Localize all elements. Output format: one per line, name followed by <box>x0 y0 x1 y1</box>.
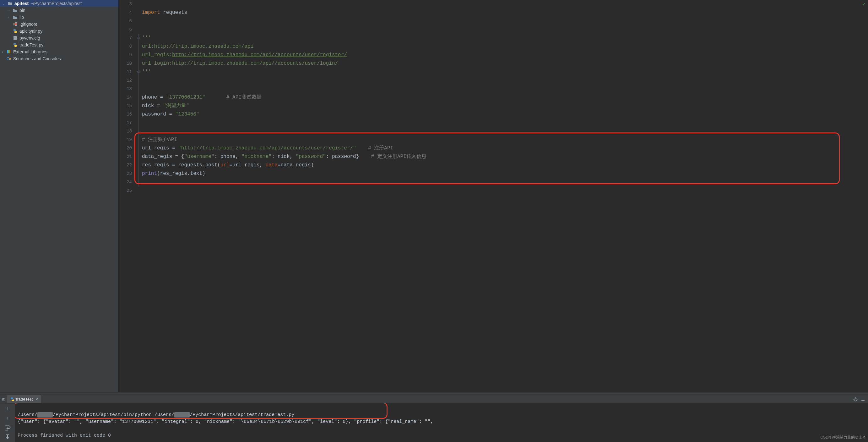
minimize-icon[interactable] <box>861 397 866 402</box>
project-root-row[interactable]: ⌄ apitest ~/PycharmProjects/apitest <box>0 0 118 7</box>
code-line-19[interactable]: # 注册账户API <box>142 136 868 144</box>
code-line-20[interactable]: url_regis = "http://trip.imooc.zhaeedu.c… <box>142 144 868 153</box>
tree-item-label: tradeTest.py <box>20 42 43 48</box>
line-number[interactable]: 9 <box>119 51 132 59</box>
code-line-12[interactable] <box>142 76 868 85</box>
project-tree[interactable]: ›bin›lib›.gitignore›apicityair.py›pyvenv… <box>0 7 118 49</box>
code-line-13[interactable] <box>142 85 868 93</box>
code-line-9[interactable]: url_regis:http://trip.imooc.zhaeedu.com/… <box>142 51 868 59</box>
line-number[interactable]: 20 <box>119 144 132 153</box>
run-tab[interactable]: tradeTest ✕ <box>7 395 41 403</box>
line-number[interactable]: 10 <box>119 59 132 68</box>
svg-rect-0 <box>13 23 15 25</box>
code-line-4[interactable]: import requests <box>142 8 868 17</box>
up-arrow-icon[interactable]: ↑ <box>4 405 11 412</box>
tree-item-label: apicityair.py <box>20 29 42 34</box>
line-number[interactable]: 22 <box>119 161 132 169</box>
code-line-15[interactable]: nick = "渴望力量" <box>142 102 868 110</box>
py-icon <box>12 29 18 34</box>
folder-icon <box>12 15 18 20</box>
line-number[interactable]: 5 <box>119 17 132 25</box>
line-number[interactable]: 3 <box>119 0 132 8</box>
code-line-24[interactable] <box>142 178 868 187</box>
line-number[interactable]: 25 <box>119 187 132 195</box>
run-tool-window: n: tradeTest ✕ ↑ ↓ <box>0 395 868 442</box>
tree-item-label: lib <box>20 15 24 20</box>
line-number[interactable]: 4 <box>119 8 132 17</box>
editor-area[interactable]: ✓ 34567891011121314151617181920212223242… <box>119 0 868 392</box>
code-line-17[interactable] <box>142 119 868 127</box>
code-line-6[interactable] <box>142 25 868 34</box>
tree-item-bin[interactable]: ›bin <box>0 7 118 14</box>
close-icon[interactable]: ✕ <box>34 397 38 402</box>
down-arrow-icon[interactable]: ↓ <box>4 415 11 421</box>
code-line-25[interactable] <box>142 187 868 195</box>
gutter[interactable]: 345678910111213141516171819202122232425 <box>119 0 137 392</box>
tree-item-pyvenv-cfg[interactable]: ›pyvenv.cfg <box>0 34 118 41</box>
line-number[interactable]: 8 <box>119 42 132 51</box>
code-line-10[interactable]: url_login:http://trip.imooc.zhaeedu.com/… <box>142 59 868 68</box>
scratches-row[interactable]: › Scratches and Consoles <box>0 55 118 62</box>
code-line-23[interactable]: print(res_regis.text) <box>142 169 868 178</box>
fold-column[interactable]: ⊟⊟ <box>137 0 142 392</box>
line-number[interactable]: 19 <box>119 136 132 144</box>
code-line-3[interactable] <box>142 0 868 8</box>
tree-item--gitignore[interactable]: ›.gitignore <box>0 21 118 28</box>
run-label: n: <box>0 397 7 402</box>
line-number[interactable]: 7 <box>119 34 132 42</box>
line-number[interactable]: 18 <box>119 127 132 136</box>
py-icon <box>12 42 18 48</box>
line-number[interactable]: 12 <box>119 76 132 85</box>
svg-line-21 <box>854 400 855 401</box>
code-line-7[interactable]: ''' <box>142 34 868 42</box>
line-number[interactable]: 17 <box>119 119 132 127</box>
gitignore-icon <box>12 22 18 27</box>
line-number[interactable]: 14 <box>119 93 132 102</box>
run-tools-right <box>853 397 868 402</box>
line-number[interactable]: 13 <box>119 85 132 93</box>
scroll-to-end-icon[interactable] <box>4 434 11 440</box>
csdn-watermark: CSDN @渴望力量的哈士奇 <box>820 434 866 441</box>
code-line-11[interactable]: ''' <box>142 68 868 76</box>
editor-pane: ✓ 34567891011121314151617181920212223242… <box>119 0 868 392</box>
code-line-8[interactable]: url:http://trip.imooc.zhaeedu.com/api <box>142 42 868 51</box>
line-number[interactable]: 11 <box>119 68 132 76</box>
fold-toggle-icon[interactable]: ⊟ <box>137 68 140 76</box>
line-number[interactable]: 16 <box>119 110 132 119</box>
run-console[interactable]: /Users/xxxxx/PycharmProjects/apitest/bin… <box>15 403 868 442</box>
soft-wrap-icon[interactable] <box>4 424 11 431</box>
chevron-down-icon: ⌄ <box>2 2 6 5</box>
gear-icon[interactable] <box>853 397 858 402</box>
folder-open-icon <box>7 1 12 6</box>
code-line-22[interactable]: res_regis = requests.post(url=url_regis,… <box>142 161 868 169</box>
code-column[interactable]: import requests'''url:http://trip.imooc.… <box>142 0 868 392</box>
redacted-text: xxxxx <box>174 412 190 417</box>
line-number[interactable]: 24 <box>119 178 132 187</box>
console-exit-line: Process finished with exit code 0 <box>18 433 111 438</box>
horizontal-divider[interactable] <box>0 392 868 395</box>
tree-item-apicityair-py[interactable]: ›apicityair.py <box>0 28 118 34</box>
chevron-right-icon: › <box>7 16 11 19</box>
line-number[interactable]: 6 <box>119 25 132 34</box>
chevron-right-icon: › <box>1 50 4 54</box>
tree-item-lib[interactable]: ›lib <box>0 14 118 21</box>
line-number[interactable]: 15 <box>119 102 132 110</box>
line-number[interactable]: 23 <box>119 169 132 178</box>
code-line-5[interactable] <box>142 17 868 25</box>
code-line-18[interactable] <box>142 127 868 136</box>
tree-item-tradetest-py[interactable]: ›tradeTest.py <box>0 41 118 49</box>
console-output-line: {"user": {"avatar": "", "username": "137… <box>18 419 433 424</box>
line-number[interactable]: 21 <box>119 153 132 161</box>
project-pane[interactable]: ⌄ apitest ~/PycharmProjects/apitest ›bin… <box>0 0 119 392</box>
run-sidebar: ↑ ↓ <box>0 403 15 442</box>
external-libraries-row[interactable]: › External Libraries <box>0 49 118 55</box>
code-line-21[interactable]: data_regis = {"username": phone, "nickna… <box>142 153 868 161</box>
svg-rect-12 <box>9 58 11 60</box>
run-tab-label: tradeTest <box>16 397 33 402</box>
fold-toggle-icon[interactable]: ⊟ <box>137 34 140 42</box>
svg-line-19 <box>857 400 857 401</box>
tree-item-label: bin <box>20 8 25 13</box>
code-line-16[interactable]: password = "123456" <box>142 110 868 119</box>
cfg-icon <box>12 35 18 40</box>
code-line-14[interactable]: phone = "13770001231" # API测试数据 <box>142 93 868 102</box>
